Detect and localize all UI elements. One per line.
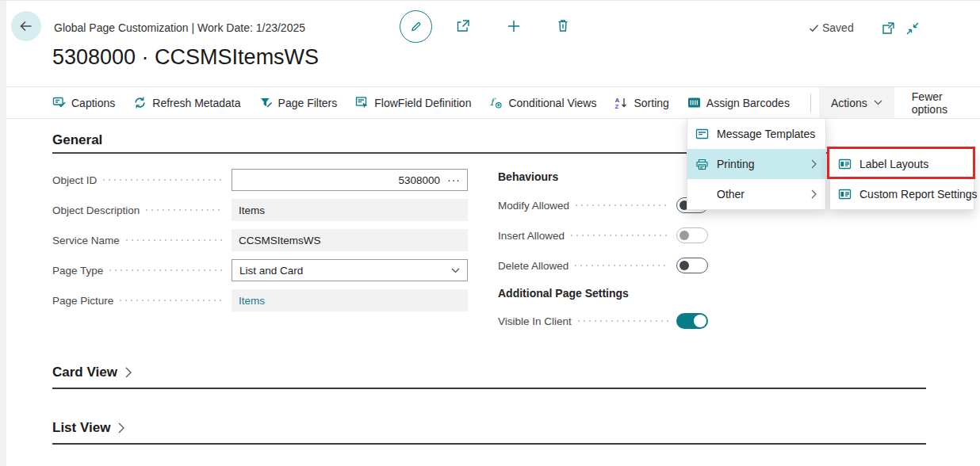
trash-icon [555, 17, 571, 34]
share-button[interactable] [454, 18, 471, 34]
toggle-knob [679, 231, 689, 240]
page-type-value: List and Card [239, 265, 303, 277]
toolbar-label: Sorting [634, 97, 668, 109]
toggle-row-visible-in-client: Visible In Client [498, 310, 708, 332]
dotted-leader [146, 209, 224, 211]
actions-label: Actions [831, 97, 867, 109]
menu-item-label: Label Layouts [859, 158, 965, 170]
back-button[interactable] [11, 11, 41, 41]
card-view-divider [52, 388, 926, 389]
dotted-leader [578, 320, 668, 322]
menu-item-label: Printing [717, 158, 803, 170]
field-label: Object ID [52, 174, 97, 186]
open-in-window-icon [880, 21, 896, 36]
field-label: Page Picture [52, 295, 113, 307]
field-row-object-description: Object Description Items [52, 199, 468, 221]
field-row-page-type: Page Type List and Card [52, 259, 468, 281]
menu-item-label: Other [717, 188, 803, 201]
page-picture-link[interactable]: Items [239, 295, 265, 307]
menu-item-custom-report-settings[interactable]: Custom Report Settings [830, 179, 974, 209]
assist-edit-button[interactable]: ··· [447, 174, 461, 186]
list-view-section-header[interactable]: List View [52, 420, 124, 436]
field-label: Service Name [52, 235, 120, 246]
printing-submenu: Label Layouts Custom Report Settings [829, 148, 974, 210]
menu-item-message-templates[interactable]: Message Templates [687, 119, 825, 149]
actions-menu-button[interactable]: Actions [819, 87, 894, 118]
toggle-row-modify-allowed: Modify Allowed [498, 194, 708, 216]
menu-item-other[interactable]: Other [687, 179, 825, 209]
toggle-label: Delete Allowed [498, 260, 568, 272]
dotted-leader [576, 204, 668, 206]
dotted-leader [109, 269, 224, 271]
dotted-leader [571, 235, 668, 236]
dotted-leader [126, 239, 224, 241]
toolbar-assign-barcodes-button[interactable]: Assign Barcodes [687, 96, 790, 109]
toolbar-conditional-views-button[interactable]: f Conditional Views [489, 96, 596, 109]
label-layouts-icon [838, 158, 852, 170]
insert-allowed-toggle[interactable] [676, 227, 708, 243]
object-id-input[interactable]: 5308000 ··· [232, 169, 468, 191]
toolbar-label: Page Filters [278, 97, 338, 109]
delete-allowed-toggle[interactable] [676, 258, 708, 273]
custom-report-settings-icon [838, 188, 852, 201]
function-icon: f [489, 96, 503, 109]
menu-icon-spacer [695, 188, 710, 201]
field-row-object-id: Object ID 5308000 ··· [52, 169, 468, 191]
general-section-heading[interactable]: General [52, 132, 102, 148]
action-bar: Captions Refresh Metadata Page Filters [6, 86, 980, 119]
chevron-right-icon [125, 367, 132, 378]
list-view-divider [52, 443, 926, 445]
menu-item-label: Custom Report Settings [859, 188, 978, 201]
barcode-icon [687, 96, 701, 109]
card-view-section-header[interactable]: Card View [52, 365, 132, 380]
toggle-knob [694, 315, 706, 327]
check-icon [808, 22, 820, 34]
toggle-row-insert-allowed: Insert Allowed [498, 224, 708, 246]
toggle-label: Modify Allowed [498, 200, 569, 212]
flowfield-icon [355, 96, 369, 109]
submenu-chevron-icon [811, 189, 817, 199]
menu-item-label: Message Templates [717, 128, 817, 140]
toolbar-sorting-button[interactable]: A Z Sorting [614, 96, 668, 109]
toolbar-flowfield-definition-button[interactable]: FlowField Definition [355, 96, 471, 109]
chevron-down-icon [451, 268, 460, 273]
edit-button[interactable] [400, 10, 432, 43]
svg-text:Z: Z [615, 103, 619, 109]
behaviours-heading: Behaviours [498, 170, 558, 183]
plus-icon [506, 18, 522, 34]
toolbar-label: Refresh Metadata [152, 97, 240, 109]
menu-item-label-layouts[interactable]: Label Layouts [830, 149, 974, 179]
chevron-right-icon [118, 422, 124, 434]
toolbar-page-filters-button[interactable]: Page Filters [259, 96, 338, 109]
back-arrow-icon [18, 18, 34, 34]
fewer-options-button[interactable]: Fewer options [912, 90, 980, 116]
toolbar-refresh-metadata-button[interactable]: Refresh Metadata [133, 96, 240, 109]
new-button[interactable] [506, 18, 522, 34]
svg-text:f: f [490, 97, 496, 108]
sort-az-icon: A Z [614, 96, 628, 109]
menu-item-printing[interactable]: Printing [687, 149, 825, 179]
printer-icon [695, 158, 710, 170]
chevron-down-icon [874, 100, 882, 105]
section-label: List View [52, 420, 110, 436]
delete-button[interactable] [555, 17, 571, 34]
toolbar-label: Assign Barcodes [706, 97, 790, 109]
save-status-label: Saved [822, 21, 854, 34]
breadcrumb: Global Page Customization | Work Date: 1… [54, 21, 305, 34]
page-picture-field: Items [232, 289, 468, 311]
collapse-button[interactable] [905, 21, 921, 36]
toggle-knob [679, 261, 689, 270]
page-type-select[interactable]: List and Card [232, 259, 468, 281]
visible-in-client-toggle[interactable] [676, 313, 708, 329]
service-name-value: CCSMSItemsWS [239, 235, 321, 246]
message-templates-icon [695, 128, 710, 140]
page-title: 5308000 · CCSMSItemsWS [52, 45, 319, 70]
field-row-service-name: Service Name CCSMSItemsWS [52, 229, 468, 251]
popout-button[interactable] [880, 21, 896, 36]
dotted-leader [120, 300, 224, 301]
share-icon [454, 18, 471, 34]
object-id-value: 5308000 [398, 174, 440, 186]
toolbar-captions-button[interactable]: Captions [52, 96, 115, 109]
actions-dropdown-menu: Message Templates Printing Other [687, 118, 826, 210]
refresh-icon [133, 96, 147, 109]
